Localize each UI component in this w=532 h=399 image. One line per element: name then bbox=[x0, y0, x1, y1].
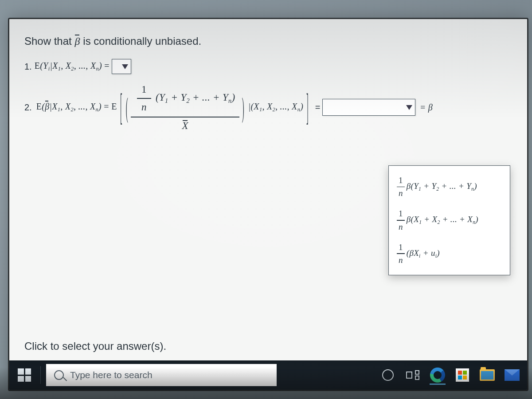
search-placeholder: Type here to search bbox=[70, 370, 153, 380]
question-item-1: 1. E(Yi|X1, X2, ..., Xn) = bbox=[24, 59, 512, 74]
item-1-number: 1. bbox=[24, 62, 32, 72]
taskbar: Type here to search bbox=[9, 360, 527, 390]
chevron-down-icon bbox=[122, 64, 128, 69]
search-icon bbox=[54, 370, 64, 380]
item-2-equals: = bbox=[315, 102, 321, 113]
item-2-big-fraction: 1 n (Y1 + Y2 + ... + Yn) X bbox=[131, 82, 239, 133]
edge-app[interactable] bbox=[427, 364, 448, 386]
task-view-icon bbox=[406, 370, 419, 380]
task-view-button[interactable] bbox=[402, 364, 423, 386]
chevron-down-icon bbox=[406, 105, 412, 110]
microsoft-store-icon bbox=[456, 368, 469, 382]
mail-app[interactable] bbox=[501, 364, 523, 386]
question-prompt: Show that β is conditionally unbiased. bbox=[24, 35, 512, 47]
question-item-2: 2. E(β|X1, X2, ..., Xn) = E [ ( 1 n (Y1 … bbox=[24, 82, 512, 133]
prompt-suffix: is conditionally unbiased. bbox=[83, 35, 201, 47]
store-app[interactable] bbox=[452, 364, 473, 386]
item-2-dropdown-list[interactable]: 1 n β(Y1 + Y2 + ... + Yn) 1 n β(X1 + X2 … bbox=[388, 165, 510, 275]
item-1-expression: E(Yi|X1, X2, ..., Xn) = bbox=[35, 61, 110, 72]
prompt-prefix: Show that bbox=[24, 35, 74, 47]
start-button[interactable] bbox=[14, 364, 35, 386]
item-2-indicator: |(X1, X2, ..., Xn) bbox=[249, 102, 303, 113]
circle-icon bbox=[382, 369, 394, 381]
one-over-n: 1 n bbox=[137, 83, 151, 114]
item-1-dropdown[interactable] bbox=[112, 59, 131, 74]
dropdown-option-1[interactable]: 1 n β(Y1 + Y2 + ... + Yn) bbox=[389, 170, 510, 203]
search-box[interactable]: Type here to search bbox=[46, 364, 277, 386]
beta-hat-symbol: β bbox=[74, 35, 80, 47]
dropdown-option-2[interactable]: 1 n β(X1 + X2 + ... + Xn) bbox=[389, 203, 510, 237]
item-2-lhs: E(β|X1, X2, ..., Xn) = E bbox=[36, 102, 117, 113]
item-2-number: 2. bbox=[24, 102, 32, 113]
item-2-rhs-suffix: = β bbox=[420, 102, 433, 113]
folder-icon bbox=[480, 369, 495, 381]
edge-icon bbox=[430, 368, 445, 383]
cortana-button[interactable] bbox=[377, 364, 399, 386]
mail-icon bbox=[505, 369, 520, 381]
windows-icon bbox=[15, 365, 34, 385]
item-2-dropdown[interactable] bbox=[322, 99, 415, 116]
dropdown-option-3[interactable]: 1 n (βXi + ui) bbox=[389, 237, 510, 270]
taskbar-divider bbox=[40, 366, 41, 384]
file-explorer-app[interactable] bbox=[477, 364, 498, 386]
footer-hint: Click to select your answer(s). bbox=[24, 340, 166, 352]
